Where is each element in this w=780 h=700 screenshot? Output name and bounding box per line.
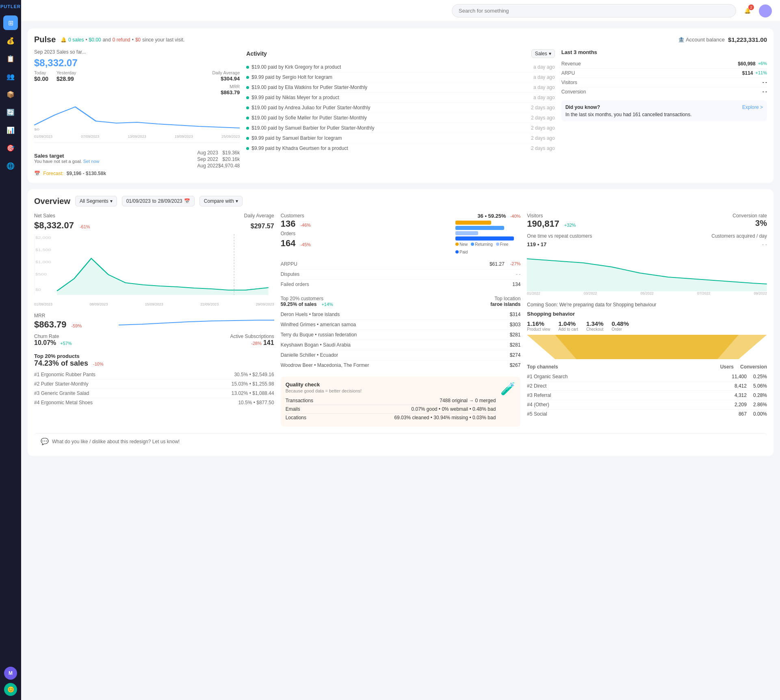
customer-name: Deron Huels • faroe islands <box>281 312 340 317</box>
user-avatar-m[interactable]: M <box>4 667 17 680</box>
mrr-title: MRR <box>34 313 112 319</box>
top-customer-row: Keyshawn Bogan • Saudi Arabia$281 <box>281 340 521 350</box>
overview-grid: Net Sales Daily Average $8,332.07 -61% $… <box>34 213 767 427</box>
customer-amount: $267 <box>510 362 521 368</box>
today-val: $0.00 <box>34 76 48 82</box>
visitor-chart <box>527 251 767 291</box>
sh-metric-checkout: 1.34% Checkout <box>586 320 604 332</box>
yesterday-item: Yesterday $28.99 <box>56 69 76 95</box>
last3-change: +11% <box>756 70 767 76</box>
product-rank: #3 Generic Granite Salad <box>34 390 89 396</box>
activity-item: $19.00 paid by Kirk Gregory for a produc… <box>246 62 555 72</box>
sidebar-item-goals[interactable]: 🎯 <box>3 141 18 155</box>
last3-label: Visitors <box>561 80 577 85</box>
yesterday-val: $28.99 <box>56 76 76 82</box>
channel-vals: 4,3120.28% <box>734 392 767 398</box>
sidebar-item-revenue[interactable]: 💰 <box>3 33 18 48</box>
top-product-row: #1 Ergonomic Rubber Pants30.5% • $2,549.… <box>34 370 274 379</box>
account-balance-label: 🏦 Account balance <box>678 37 725 43</box>
segment-select[interactable]: All Segments ▾ <box>75 196 117 206</box>
act-text: $9.99 paid by Sergio Holt for Icegram <box>251 74 530 80</box>
page-content: Pulse 🔔 0 sales • $0.00 and 0 refund • $… <box>21 22 780 462</box>
search-input[interactable] <box>452 4 736 17</box>
user-profile-avatar[interactable] <box>759 4 772 17</box>
sidebar-item-reports[interactable]: 📊 <box>3 123 18 137</box>
customer-name: Keyshawn Bogan • Saudi Arabia <box>281 342 351 348</box>
orders-row: Orders <box>281 231 311 236</box>
top-products: Top 20% products 74.23% of sales -10% #1… <box>34 353 274 407</box>
svg-text:$2,000: $2,000 <box>35 236 51 240</box>
today-label: Today <box>34 70 46 75</box>
act-dot <box>246 137 249 140</box>
act-time: a day ago <box>533 85 555 90</box>
compare-with-dropdown[interactable]: Compare with ▾ <box>199 196 243 206</box>
svg-text:$0: $0 <box>34 128 40 131</box>
mrr-row: MRR $863.79 <box>212 83 240 95</box>
account-balance: 🏦 Account balance $1,223,331.00 <box>678 36 767 43</box>
target-rows: Aug 2023$19.36k Sep 2022$20.16k Aug 2022… <box>197 150 240 169</box>
act-text: $19.00 paid by Kirk Gregory for a produc… <box>251 64 530 70</box>
pulse-sales-count: 0 sales <box>68 37 84 43</box>
sales-today-row: Today $0.00 Yesterday $28.99 Daily Avera… <box>34 69 240 95</box>
repeat-header: One time vs repeat customers Customers a… <box>527 233 767 239</box>
net-sales-column: Net Sales Daily Average $8,332.07 -61% $… <box>34 213 274 427</box>
pulse-refund-count: 0 refund <box>113 37 130 43</box>
qc-icon: 🧪 <box>500 381 516 396</box>
channel-vals: 2,2092.86% <box>734 402 767 407</box>
act-time: 2 days ago <box>531 145 555 151</box>
daily-avg: Daily Average $304.94 <box>212 69 240 82</box>
sidebar-item-orders[interactable]: 📋 <box>3 51 18 66</box>
notification-badge: 2 <box>748 4 754 10</box>
last3-card: Last 3 months Revenue$60,998+6%ARPU$114+… <box>561 49 767 176</box>
channel-name: #3 Referral <box>527 392 551 398</box>
sidebar-item-customers[interactable]: 👥 <box>3 69 18 84</box>
channel-users: 11,400 <box>732 374 747 379</box>
sh-metric-add-to-cart: 1.04% Add to cart <box>559 320 578 332</box>
activity-filter[interactable]: Sales ▾ <box>531 49 555 58</box>
channel-vals: 8,4125.06% <box>734 383 767 389</box>
channel-row: #1 Organic Search11,4000.25% <box>527 372 767 381</box>
set-now-link[interactable]: Set now <box>83 159 100 164</box>
top-customer-row: Deron Huels • faroe islands$314 <box>281 310 521 320</box>
top-customers: Top 20% customers 59.25% of sales +14% T… <box>281 296 521 370</box>
sales-card: Sep 2023 Sales so far... $8,332.07 Today… <box>34 49 240 176</box>
customer-amount: $303 <box>510 322 521 327</box>
channel-conversion: 0.25% <box>753 374 767 379</box>
net-sales-change: -61% <box>80 224 90 229</box>
top-customers-list: Deron Huels • faroe islands$314Winifred … <box>281 310 521 370</box>
act-dot <box>246 106 249 109</box>
customer-amount: $281 <box>510 332 521 338</box>
top-customer-row: Winifred Grimes • american samoa$303 <box>281 320 521 330</box>
repeat-vals: 119 • 17 <box>527 241 546 247</box>
conversion-rate: 3% <box>732 219 767 228</box>
activity-item: $9.99 paid by Khadra Geurtsen for a prod… <box>246 143 555 153</box>
net-sales-header: Net Sales Daily Average <box>34 213 274 219</box>
top-product-row: #3 Generic Granite Salad13.02% • $1,088.… <box>34 389 274 398</box>
did-you-know: Did you know? Explore > In the last six … <box>561 100 767 121</box>
customer-amount: $281 <box>510 342 521 348</box>
customer-name: Danielle Schiller • Ecuador <box>281 352 338 358</box>
product-stats: 30.5% • $2,549.16 <box>234 372 274 377</box>
act-time: 2 days ago <box>531 125 555 131</box>
sidebar-item-globe[interactable]: 🌐 <box>3 158 18 173</box>
qc-label: Transactions <box>286 398 313 403</box>
qc-content: Quality check Because good data = better… <box>286 381 496 422</box>
activity-item: $9.99 paid by Samuel Barbier for Icegram… <box>246 133 555 143</box>
sidebar-item-products[interactable]: 📦 <box>3 87 18 102</box>
sh-metric-product-view: 1.16% Product view <box>527 320 550 332</box>
act-dot <box>246 66 249 69</box>
customers-column: Customers 136 -46% Orders 164 <box>281 213 521 427</box>
sidebar-item-dashboard[interactable]: ⊞ <box>3 15 18 30</box>
act-text: $9.99 paid by Samuel Barbier for Icegram <box>251 135 528 141</box>
svg-text:$1,000: $1,000 <box>35 260 51 264</box>
channel-users: 8,412 <box>734 383 747 389</box>
funnel-chart <box>527 335 767 359</box>
activity-item: $9.99 paid by Sergio Holt for Icegrama d… <box>246 72 555 82</box>
sales-amount: $8,332.07 <box>34 57 240 69</box>
date-range[interactable]: 01/09/2023 to 28/09/2023 📅 <box>122 196 195 206</box>
activity-item: $19.00 paid by Samuel Barbier for Putler… <box>246 123 555 133</box>
notification-button[interactable]: 🔔 2 <box>741 4 754 17</box>
sidebar-item-subscriptions[interactable]: 🔄 <box>3 105 18 119</box>
explore-link[interactable]: Explore > <box>742 104 763 110</box>
user-avatar-emoji[interactable]: 😊 <box>4 683 17 696</box>
